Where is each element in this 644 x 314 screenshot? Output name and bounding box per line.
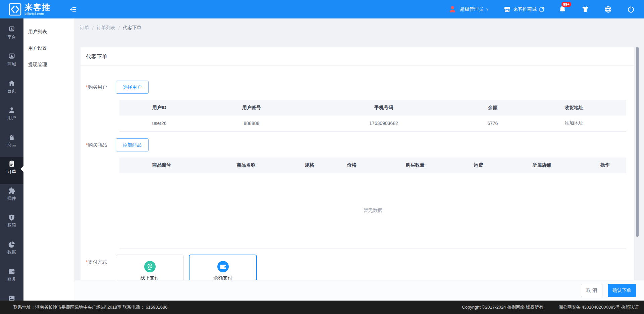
breadcrumb: 订单 / 订单列表 / 代客下单	[74, 18, 644, 37]
language-button[interactable]	[604, 5, 612, 14]
col-goods-name: 商品名称	[204, 158, 288, 173]
col-phone: 手机号码	[304, 100, 464, 116]
goods-bag-icon	[8, 133, 15, 141]
goods-empty-state: 暂无数据	[119, 173, 626, 249]
payment-method-offline[interactable]: ¥ 线下支付	[116, 255, 184, 280]
cancel-button[interactable]: 取 消	[581, 284, 602, 297]
col-quantity: 购买数量	[373, 158, 457, 173]
globe-icon	[604, 5, 612, 13]
mall-idcard-icon	[8, 53, 15, 60]
col-spec: 规格	[288, 158, 331, 173]
sidebar-item-mall[interactable]: 商城	[0, 50, 23, 77]
buyer-table-row: user26 888888 17630903682 6776 添加地址	[119, 116, 626, 131]
col-balance: 余额	[464, 100, 522, 116]
breadcrumb-orders[interactable]: 订单	[80, 25, 89, 31]
payment-section: *支付方式 ¥	[86, 255, 634, 280]
shop-name: 来客推商城	[513, 6, 537, 12]
sidebar-item-platform[interactable]: S 平台	[0, 23, 23, 50]
required-asterisk: *	[86, 259, 88, 265]
sidebar-item-permissions[interactable]: 权限	[0, 211, 23, 238]
payment-method-name: 线下支付	[116, 275, 183, 280]
shop-link[interactable]: 来客推商城	[503, 6, 545, 13]
payment-label: *支付方式	[86, 255, 116, 265]
breadcrumb-order-list[interactable]: 订单列表	[97, 25, 115, 31]
col-address: 收货地址	[522, 100, 626, 116]
sidebar-item-data[interactable]: 数据	[0, 238, 23, 265]
breadcrumb-separator: /	[92, 25, 94, 31]
page-title: 代客下单	[80, 47, 634, 66]
cell-user-id: user26	[119, 116, 199, 131]
payment-method-balance[interactable]: 余额支付	[189, 255, 257, 280]
logout-button[interactable]	[627, 5, 635, 14]
finance-wallet-icon	[8, 268, 15, 275]
col-account: 用户账号	[199, 100, 304, 116]
add-address-link[interactable]: 添加地址	[522, 116, 626, 131]
vertical-scrollbar[interactable]	[636, 47, 639, 237]
content-area: 订单 / 订单列表 / 代客下单 代客下单 *购买用户 选择用户	[74, 18, 644, 301]
action-bar: 取 消 确认下单	[74, 280, 644, 301]
store-icon	[503, 6, 511, 13]
col-operation: 操作	[584, 158, 626, 173]
plugin-puzzle-icon	[8, 187, 15, 194]
offline-pay-icon: ¥	[144, 261, 156, 272]
add-goods-button[interactable]: 添加商品	[116, 138, 149, 151]
merch-button[interactable]	[581, 5, 590, 14]
notification-badge: 99+	[561, 2, 571, 7]
sidebar-item-home[interactable]: 首页	[0, 77, 23, 103]
sidebar-item-orders[interactable]: 订单	[0, 157, 23, 184]
cell-phone: 17630903682	[304, 116, 464, 131]
app-window: 来客推 laiketui.com 超级管理员 ∨	[0, 0, 644, 314]
secondary-sidebar: 用户列表 用户设置 提现管理	[23, 18, 74, 301]
scroll-viewport: 代客下单 *购买用户 选择用户 用户ID 用户账号	[74, 37, 644, 280]
brand-subtitle: laiketui.com	[24, 12, 51, 16]
goods-table: 商品编号 商品名称 规格 价格 购买数量 运费 所属店铺 操作	[119, 158, 626, 173]
platform-s-icon: S	[8, 26, 15, 33]
goods-table-header-row: 商品编号 商品名称 规格 价格 购买数量 运费 所属店铺 操作	[119, 158, 626, 173]
col-store: 所属店铺	[499, 158, 584, 173]
brand-title: 来客推	[24, 3, 51, 12]
col-price: 价格	[331, 158, 373, 173]
breadcrumb-current: 代客下单	[123, 25, 142, 31]
col-shipping: 运费	[457, 158, 499, 173]
submenu-item-user-settings[interactable]: 用户设置	[23, 40, 74, 56]
submenu-item-withdraw-management[interactable]: 提现管理	[23, 56, 74, 73]
footer-contact: 联系地址：湖南省长沙市岳麓区绿地中央广场6栋2018室 联系电话： 615981…	[0, 304, 167, 310]
sidebar-item-finance[interactable]: 财务	[0, 265, 23, 291]
chevron-down-icon: ∨	[486, 7, 489, 11]
user-menu[interactable]: 超级管理员 ∨	[448, 5, 489, 14]
topbar: 来客推 laiketui.com 超级管理员 ∨	[0, 0, 644, 18]
cell-balance: 6776	[464, 116, 522, 131]
balance-pay-icon	[217, 261, 229, 272]
footer-beian[interactable]: 湘公网安备 43010402000895号 执照认证	[559, 304, 639, 310]
buyer-table-header-row: 用户ID 用户账号 手机号码 余额 收货地址	[119, 100, 626, 116]
buyer-label: *购买用户	[86, 81, 116, 90]
order-clipboard-icon	[8, 160, 15, 168]
payment-method-name: 余额支付	[190, 275, 256, 280]
brand-logo-icon	[9, 3, 21, 16]
menu-fold-icon[interactable]	[69, 6, 77, 13]
select-user-button[interactable]: 选择用户	[116, 81, 149, 94]
required-asterisk: *	[86, 142, 88, 147]
svg-text:S: S	[11, 27, 13, 31]
confirm-order-button[interactable]: 确认下单	[608, 284, 636, 297]
user-name: 超级管理员	[460, 6, 483, 12]
sidebar-item-users[interactable]: 用户	[0, 103, 23, 130]
external-link-icon	[539, 6, 545, 12]
submenu-item-user-list[interactable]: 用户列表	[23, 24, 74, 40]
cell-account: 888888	[199, 116, 304, 131]
sidebar-item-goods[interactable]: 商品	[0, 130, 23, 157]
footer-copyright: Copyright ©2017-2024 拾捌网络 版权所有	[462, 304, 543, 310]
logo[interactable]: 来客推 laiketui.com	[0, 3, 65, 16]
notifications-button[interactable]: 99+	[558, 5, 567, 14]
buyer-section: *购买用户 选择用户	[86, 81, 634, 94]
avatar	[448, 5, 457, 14]
sidebar-item-plugins[interactable]: 插件	[0, 184, 23, 211]
active-notch	[20, 166, 23, 172]
footer: 联系地址：湖南省长沙市岳麓区绿地中央广场6栋2018室 联系电话： 615981…	[0, 301, 644, 314]
tshirt-icon	[581, 5, 589, 13]
permission-shield-icon	[8, 214, 15, 221]
main-sidebar: S 平台 商城 首页 用户	[0, 18, 23, 301]
data-pie-icon	[8, 241, 15, 248]
home-icon	[8, 80, 15, 87]
required-asterisk: *	[86, 84, 88, 90]
